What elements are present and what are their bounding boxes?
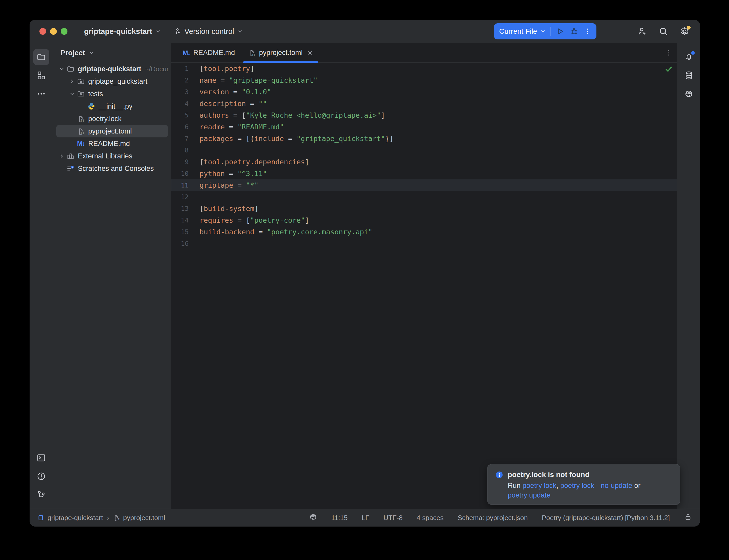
tree-item-griptape-quickstart[interactable]: griptape-quickstart~/Docume bbox=[56, 63, 168, 75]
chevron-down-icon[interactable] bbox=[57, 66, 67, 72]
line-number[interactable]: 3 bbox=[171, 86, 196, 98]
line-number[interactable]: 7 bbox=[171, 133, 196, 144]
code-line-4[interactable]: 4description = "" bbox=[171, 98, 677, 109]
tree-item-poetry-lock[interactable]: [T]poetry.lock bbox=[56, 113, 168, 125]
minimize-button[interactable] bbox=[50, 28, 57, 35]
link-poetry-lock[interactable]: poetry lock bbox=[523, 482, 557, 489]
code-text: name = "griptape-quickstart" bbox=[196, 76, 317, 84]
close-tab-icon[interactable] bbox=[307, 50, 313, 56]
status-widget-lf[interactable]: LF bbox=[361, 514, 370, 522]
package-icon bbox=[77, 90, 85, 98]
code-line-1[interactable]: 1[tool.poetry] bbox=[171, 63, 677, 74]
copilot-status-widget[interactable] bbox=[309, 513, 317, 523]
line-number[interactable]: 4 bbox=[171, 98, 196, 109]
search-button[interactable] bbox=[658, 26, 668, 36]
project-folder-button[interactable] bbox=[33, 49, 49, 65]
status-widget-11-15[interactable]: 11:15 bbox=[331, 514, 347, 522]
tree-item-pyproject-toml[interactable]: [T]pyproject.toml bbox=[56, 125, 168, 137]
status-widget-schema-pyproject-json[interactable]: Schema: pyproject.json bbox=[458, 514, 528, 522]
tab-options-button[interactable] bbox=[665, 49, 672, 57]
code-line-3[interactable]: 3version = "0.1.0" bbox=[171, 86, 677, 98]
module-icon bbox=[37, 514, 44, 521]
tree-item-griptape-quickstart[interactable]: griptape_quickstart bbox=[56, 75, 168, 88]
lock-open-status-widget[interactable] bbox=[684, 513, 692, 523]
line-number[interactable]: 12 bbox=[171, 191, 196, 203]
editor-area: M↓README.md[T]pyproject.toml 1[tool.poet… bbox=[171, 43, 677, 509]
status-widget-utf-8[interactable]: UTF-8 bbox=[384, 514, 403, 522]
line-number[interactable]: 8 bbox=[171, 144, 196, 156]
line-number[interactable]: 10 bbox=[171, 168, 196, 179]
project-name: griptape-quickstart bbox=[84, 27, 152, 36]
tree-item-readme-md[interactable]: M↓README.md bbox=[56, 137, 168, 150]
line-number[interactable]: 1 bbox=[171, 63, 196, 74]
chevron-right-icon[interactable] bbox=[67, 79, 77, 84]
line-number[interactable]: 15 bbox=[171, 226, 196, 238]
code-editor[interactable]: 1[tool.poetry]2name = "griptape-quicksta… bbox=[171, 63, 677, 509]
line-number[interactable]: 9 bbox=[171, 156, 196, 168]
code-line-14[interactable]: 14requires = ["poetry-core"] bbox=[171, 214, 677, 226]
code-text: authors = ["Kyle Roche <hello@griptape.a… bbox=[196, 111, 385, 119]
line-number[interactable]: 14 bbox=[171, 214, 196, 226]
close-button[interactable] bbox=[39, 28, 46, 35]
chevron-right-icon[interactable] bbox=[57, 153, 67, 159]
inspections-ok-icon[interactable] bbox=[665, 65, 673, 73]
tree-item-scratches-and-consoles[interactable]: Scratches and Consoles bbox=[56, 162, 168, 175]
vcs-widget[interactable]: Version control bbox=[173, 27, 243, 36]
link-poetry-update[interactable]: poetry update bbox=[508, 491, 551, 499]
run-button[interactable] bbox=[556, 27, 565, 36]
status-widget-4-spaces[interactable]: 4 spaces bbox=[417, 514, 444, 522]
notification-text: or bbox=[632, 482, 641, 489]
settings-button[interactable] bbox=[680, 26, 690, 36]
terminal-button[interactable] bbox=[33, 450, 49, 466]
problems-button[interactable] bbox=[33, 468, 49, 484]
code-line-8[interactable]: 8 bbox=[171, 144, 677, 156]
database-button[interactable] bbox=[681, 67, 697, 83]
line-number[interactable]: 16 bbox=[171, 238, 196, 249]
breadcrumb-label: pyproject.toml bbox=[123, 514, 165, 522]
ai-assistant-button[interactable] bbox=[681, 86, 697, 102]
code-line-7[interactable]: 7packages = [{include = "griptape_quicks… bbox=[171, 133, 677, 144]
tree-item-external-libraries[interactable]: External Libraries bbox=[56, 150, 168, 162]
line-number[interactable]: 6 bbox=[171, 121, 196, 133]
code-line-9[interactable]: 9[tool.poetry.dependencies] bbox=[171, 156, 677, 168]
line-number[interactable]: 2 bbox=[171, 74, 196, 86]
line-number[interactable]: 11 bbox=[171, 179, 196, 191]
line-number[interactable]: 13 bbox=[171, 203, 196, 214]
debug-button[interactable] bbox=[570, 27, 579, 36]
code-line-6[interactable]: 6readme = "README.md" bbox=[171, 121, 677, 133]
svg-text:[T]: [T] bbox=[252, 53, 255, 57]
code-line-15[interactable]: 15build-backend = "poetry.core.masonry.a… bbox=[171, 226, 677, 238]
tree-item-label: griptape-quickstart bbox=[78, 65, 141, 73]
tab-pyproject-toml[interactable]: [T]pyproject.toml bbox=[242, 43, 319, 62]
svg-text:[T]: [T] bbox=[81, 119, 85, 123]
tree-item-init-py[interactable]: __init__.py bbox=[56, 100, 168, 113]
chevron-down-icon[interactable] bbox=[67, 91, 77, 97]
code-line-12[interactable]: 12 bbox=[171, 191, 677, 203]
run-config-selector[interactable]: Current File bbox=[499, 27, 546, 36]
code-line-11[interactable]: 11griptape = "*" bbox=[171, 179, 677, 191]
breadcrumb-griptape-quickstart[interactable]: griptape-quickstart bbox=[37, 514, 103, 522]
zoom-button[interactable] bbox=[61, 28, 67, 35]
code-line-16[interactable]: 16 bbox=[171, 238, 677, 249]
project-panel-header[interactable]: Project bbox=[53, 43, 171, 63]
code-line-13[interactable]: 13[build-system] bbox=[171, 203, 677, 214]
structure-button[interactable] bbox=[33, 67, 49, 83]
code-line-10[interactable]: 10python = "^3.11" bbox=[171, 168, 677, 179]
tab-readme-md[interactable]: M↓README.md bbox=[176, 43, 242, 62]
structure-icon bbox=[37, 71, 46, 80]
git-branch-button[interactable] bbox=[33, 487, 49, 503]
status-widget-poetry-griptape-quickstart-python-3-11-2[interactable]: Poetry (griptape-quickstart) [Python 3.1… bbox=[542, 514, 670, 522]
more-button[interactable] bbox=[33, 86, 49, 102]
status-widgets: 11:15LFUTF-84 spacesSchema: pyproject.js… bbox=[309, 513, 692, 523]
line-number[interactable]: 5 bbox=[171, 109, 196, 121]
breadcrumb-pyproject-toml[interactable]: [T]pyproject.toml bbox=[113, 514, 165, 522]
link-poetry-lock-no-update[interactable]: poetry lock --no-update bbox=[560, 482, 633, 489]
notifications-button[interactable] bbox=[681, 49, 697, 65]
code-line-5[interactable]: 5authors = ["Kyle Roche <hello@griptape.… bbox=[171, 109, 677, 121]
tree-item-tests[interactable]: tests bbox=[56, 88, 168, 100]
run-more-options-button[interactable] bbox=[584, 27, 591, 36]
breadcrumb-separator: › bbox=[107, 514, 109, 522]
code-line-2[interactable]: 2name = "griptape-quickstart" bbox=[171, 74, 677, 86]
add-user-button[interactable] bbox=[637, 26, 647, 36]
project-selector[interactable]: griptape-quickstart bbox=[84, 27, 161, 36]
